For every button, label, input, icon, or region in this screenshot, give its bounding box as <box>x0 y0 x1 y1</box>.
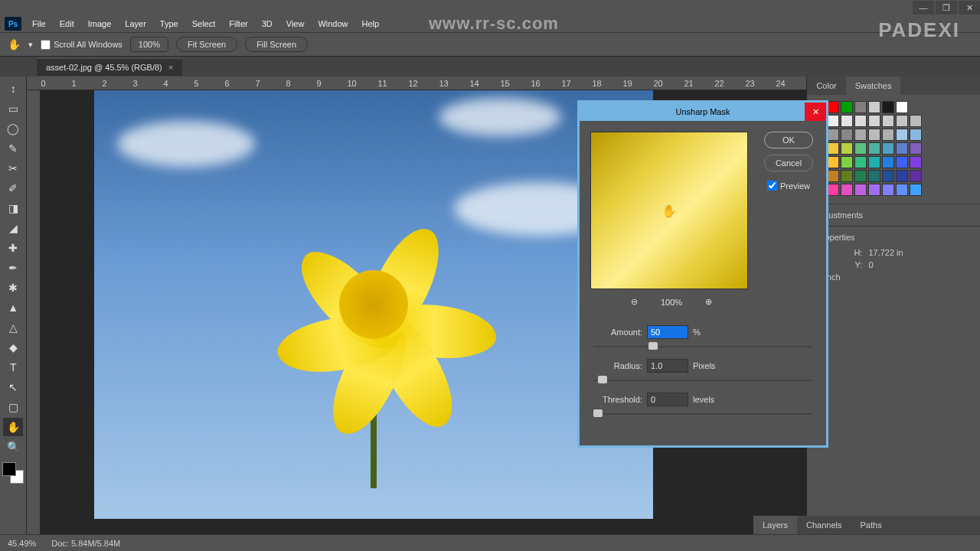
swatch[interactable] <box>841 101 853 113</box>
adjustments-panel[interactable]: Adjustments <box>807 204 980 226</box>
swatch[interactable] <box>896 101 908 113</box>
swatch[interactable] <box>882 184 894 196</box>
menu-layer[interactable]: Layer <box>119 17 152 31</box>
healing-tool[interactable]: ◨ <box>3 199 23 217</box>
marquee-tool[interactable]: ▭ <box>3 99 23 118</box>
menu-image[interactable]: Image <box>82 17 118 31</box>
zoom-out-icon[interactable]: ⊖ <box>631 297 638 307</box>
blur-tool[interactable]: △ <box>3 318 23 337</box>
zoom-in-icon[interactable]: ⊕ <box>705 297 712 307</box>
swatch[interactable] <box>854 156 867 168</box>
lasso-tool[interactable]: ◯ <box>3 119 23 138</box>
close-button[interactable]: ✕ <box>959 1 980 15</box>
color-swatch[interactable] <box>2 462 24 484</box>
maximize-button[interactable]: ❐ <box>936 1 957 15</box>
radius-input[interactable] <box>647 359 688 373</box>
document-canvas[interactable] <box>94 90 653 519</box>
history-brush-tool[interactable]: ✒ <box>3 259 23 277</box>
swatch[interactable] <box>854 170 867 182</box>
swatch[interactable] <box>882 101 894 113</box>
swatch[interactable] <box>841 184 853 196</box>
swatch[interactable] <box>868 142 880 155</box>
radius-slider[interactable] <box>593 376 812 385</box>
swatch[interactable] <box>882 170 894 182</box>
swatch[interactable] <box>827 142 839 155</box>
swatch[interactable] <box>896 156 908 168</box>
swatch[interactable] <box>896 170 908 182</box>
swatch[interactable] <box>841 115 853 127</box>
menu-file[interactable]: File <box>26 17 52 31</box>
filter-preview[interactable]: ✋ <box>590 132 748 289</box>
swatch[interactable] <box>854 101 867 113</box>
dialog-close-button[interactable]: ✕ <box>805 103 826 121</box>
swatch[interactable] <box>896 184 908 196</box>
menu-filter[interactable]: Filter <box>223 17 253 31</box>
color-panel-tab[interactable]: Color <box>807 77 845 95</box>
menu-help[interactable]: Help <box>356 17 386 31</box>
swatch[interactable] <box>868 156 880 168</box>
swatch[interactable] <box>910 142 922 155</box>
swatch[interactable] <box>854 115 867 127</box>
eraser-tool[interactable]: ✱ <box>3 279 23 297</box>
menu-view[interactable]: View <box>280 17 311 31</box>
channels-tab[interactable]: Channels <box>797 516 851 534</box>
hand-tool[interactable]: ✋ <box>3 418 23 436</box>
zoom-field[interactable]: 100% <box>130 37 168 52</box>
swatch[interactable] <box>827 129 839 141</box>
menu-type[interactable]: Type <box>154 17 185 31</box>
swatch[interactable] <box>910 129 922 141</box>
swatch[interactable] <box>841 156 853 168</box>
cancel-button[interactable]: Cancel <box>764 155 813 171</box>
document-tab[interactable]: asset-02.jpg @ 45.5% (RGB/8) × <box>37 58 182 76</box>
ok-button[interactable]: OK <box>764 132 813 148</box>
preview-checkbox-input[interactable] <box>767 181 777 191</box>
swatch[interactable] <box>910 156 922 168</box>
swatch[interactable] <box>827 184 839 196</box>
close-icon[interactable]: × <box>168 63 173 72</box>
swatch[interactable] <box>827 156 839 168</box>
swatch[interactable] <box>841 129 853 141</box>
paths-tab[interactable]: Paths <box>851 516 891 534</box>
menu-select[interactable]: Select <box>186 17 222 31</box>
swatch[interactable] <box>910 170 922 182</box>
minimize-button[interactable]: — <box>913 1 934 15</box>
swatch[interactable] <box>896 115 908 127</box>
preview-checkbox[interactable]: Preview <box>767 181 810 191</box>
layers-tab[interactable]: Layers <box>753 516 797 534</box>
crop-tool[interactable]: ✂ <box>3 159 23 178</box>
scroll-all-checkbox[interactable]: Scroll All Windows <box>41 40 122 50</box>
foreground-color[interactable] <box>2 462 16 476</box>
status-zoom[interactable]: 45.49% <box>8 539 36 548</box>
brush-tool[interactable]: ◢ <box>3 219 23 237</box>
menu-window[interactable]: Window <box>312 17 354 31</box>
swatch[interactable] <box>896 142 908 155</box>
swatch[interactable] <box>868 101 880 113</box>
swatch[interactable] <box>868 115 880 127</box>
scroll-all-input[interactable] <box>41 40 51 50</box>
swatch[interactable] <box>882 156 894 168</box>
threshold-slider[interactable] <box>593 409 812 419</box>
swatch[interactable] <box>910 115 922 127</box>
swatch[interactable] <box>827 101 839 113</box>
dropdown-icon[interactable]: ▾ <box>28 40 33 50</box>
swatch[interactable] <box>841 142 853 155</box>
swatch[interactable] <box>854 142 867 155</box>
dialog-title-bar[interactable]: Unsharp Mask ✕ <box>580 103 826 121</box>
swatch[interactable] <box>868 129 880 141</box>
stamp-tool[interactable]: ✚ <box>3 239 23 257</box>
swatch[interactable] <box>868 170 880 182</box>
gradient-tool[interactable]: ▲ <box>3 298 23 317</box>
type-tool[interactable]: T <box>3 358 23 377</box>
swatch[interactable] <box>841 170 853 182</box>
swatch[interactable] <box>882 115 894 127</box>
quick-select-tool[interactable]: ✎ <box>3 139 23 158</box>
amount-input[interactable] <box>647 325 688 339</box>
fit-screen-button[interactable]: Fit Screen <box>176 37 237 52</box>
swatch[interactable] <box>827 115 839 127</box>
swatch[interactable] <box>854 184 867 196</box>
swatch[interactable] <box>910 184 922 196</box>
fill-screen-button[interactable]: Fill Screen <box>245 37 308 52</box>
swatch[interactable] <box>896 129 908 141</box>
amount-slider[interactable] <box>593 342 812 351</box>
swatch[interactable] <box>868 184 880 196</box>
